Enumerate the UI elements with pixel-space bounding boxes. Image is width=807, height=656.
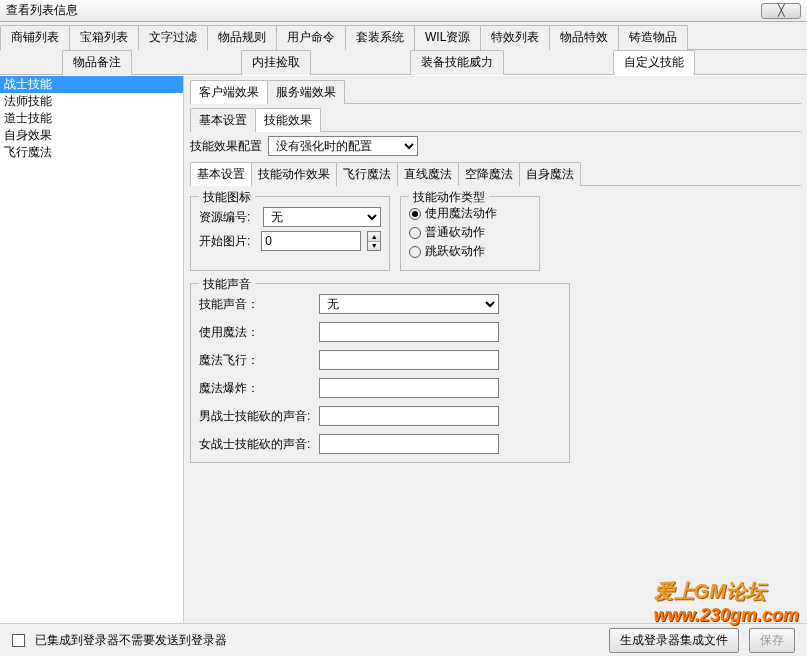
sound-legend: 技能声音 [199, 276, 255, 293]
top-tab[interactable]: 特效列表 [480, 25, 550, 50]
detail-tab[interactable]: 自身魔法 [519, 162, 581, 186]
start-input[interactable] [261, 231, 361, 251]
icon-legend: 技能图标 [199, 189, 255, 206]
radio-label: 跳跃砍动作 [425, 243, 485, 260]
sidebar-item[interactable]: 道士技能 [0, 110, 183, 127]
spin-up-icon: ▲ [368, 232, 380, 242]
titlebar: 查看列表信息 ╳ [0, 0, 807, 22]
sound-label: 技能声音： [199, 296, 319, 313]
sound-label: 男战士技能砍的声音: [199, 408, 319, 425]
sound-label: 魔法飞行： [199, 352, 319, 369]
close-icon[interactable]: ╳ [761, 3, 801, 19]
detail-tabs: 基本设置技能动作效果飞行魔法直线魔法空降魔法自身魔法 [190, 162, 801, 186]
top-tab[interactable]: 套装系统 [345, 25, 415, 50]
sidebar-item[interactable]: 法师技能 [0, 93, 183, 110]
sidebar: 战士技能法师技能道士技能自身效果飞行魔法 [0, 76, 184, 623]
panel-tabs: 客户端效果服务端效果 [190, 80, 801, 104]
radio-icon[interactable] [409, 246, 421, 258]
top-tab[interactable]: 用户命令 [276, 25, 346, 50]
sound-input[interactable] [319, 322, 499, 342]
icon-fieldset: 技能图标 资源编号: 无 开始图片: ▲▼ [190, 196, 390, 271]
action-radio-row[interactable]: 普通砍动作 [409, 224, 531, 241]
sidebar-item[interactable]: 飞行魔法 [0, 144, 183, 161]
spin-buttons[interactable]: ▲▼ [367, 231, 381, 251]
sound-label: 女战士技能砍的声音: [199, 436, 319, 453]
radio-label: 使用魔法动作 [425, 205, 497, 222]
inner-tab[interactable]: 技能效果 [255, 108, 321, 132]
sound-input[interactable] [319, 434, 499, 454]
config-label: 技能效果配置 [190, 138, 262, 155]
footer: 已集成到登录器不需要发送到登录器 生成登录器集成文件 保存 [0, 623, 807, 656]
res-dropdown[interactable]: 无 [263, 207, 381, 227]
top-tab[interactable]: 内挂捡取 [241, 50, 311, 75]
inner-tabs: 基本设置技能效果 [190, 108, 801, 132]
main-panel: 客户端效果服务端效果 基本设置技能效果 技能效果配置 没有强化时的配置 基本设置… [184, 76, 807, 623]
panel-tab[interactable]: 服务端效果 [267, 80, 345, 104]
sidebar-item[interactable]: 战士技能 [0, 76, 183, 93]
action-fieldset: 技能动作类型 使用魔法动作普通砍动作跳跃砍动作 [400, 196, 540, 271]
top-tabs: 商铺列表宝箱列表文字过滤物品规则用户命令套装系统WIL资源特效列表物品特效铸造物… [0, 22, 807, 75]
radio-icon[interactable] [409, 208, 421, 220]
window-title: 查看列表信息 [6, 2, 761, 19]
top-tab[interactable]: 铸造物品 [618, 25, 688, 50]
sound-input[interactable] [319, 406, 499, 426]
top-tab[interactable]: 装备技能威力 [410, 50, 504, 75]
action-legend: 技能动作类型 [409, 189, 489, 206]
config-row: 技能效果配置 没有强化时的配置 [190, 136, 801, 156]
sound-input[interactable] [319, 378, 499, 398]
top-tab[interactable]: 商铺列表 [0, 25, 70, 50]
top-tab[interactable]: 文字过滤 [138, 25, 208, 50]
generate-button[interactable]: 生成登录器集成文件 [609, 628, 739, 653]
top-tab[interactable]: 物品备注 [62, 50, 132, 75]
detail-tab[interactable]: 飞行魔法 [336, 162, 398, 186]
sound-label: 魔法爆炸： [199, 380, 319, 397]
detail-tab[interactable]: 空降魔法 [458, 162, 520, 186]
sound-input[interactable] [319, 350, 499, 370]
integrated-checkbox[interactable] [12, 634, 25, 647]
sound-label: 使用魔法： [199, 324, 319, 341]
start-label: 开始图片: [199, 233, 255, 250]
detail-tab[interactable]: 技能动作效果 [251, 162, 337, 186]
integrated-label: 已集成到登录器不需要发送到登录器 [35, 632, 227, 649]
detail-tab[interactable]: 基本设置 [190, 162, 252, 186]
action-radio-row[interactable]: 使用魔法动作 [409, 205, 531, 222]
detail-tab[interactable]: 直线魔法 [397, 162, 459, 186]
radio-icon[interactable] [409, 227, 421, 239]
radio-label: 普通砍动作 [425, 224, 485, 241]
action-radio-row[interactable]: 跳跃砍动作 [409, 243, 531, 260]
save-button[interactable]: 保存 [749, 628, 795, 653]
inner-tab[interactable]: 基本设置 [190, 108, 256, 132]
top-tab[interactable]: 自定义技能 [613, 50, 695, 75]
sound-input[interactable]: 无 [319, 294, 499, 314]
top-tab[interactable]: 物品规则 [207, 25, 277, 50]
top-tab[interactable]: WIL资源 [414, 25, 481, 50]
sound-fieldset: 技能声音 技能声音：无使用魔法：魔法飞行：魔法爆炸：男战士技能砍的声音:女战士技… [190, 283, 570, 463]
spin-down-icon: ▼ [368, 242, 380, 251]
top-tab[interactable]: 宝箱列表 [69, 25, 139, 50]
top-tab[interactable]: 物品特效 [549, 25, 619, 50]
config-dropdown[interactable]: 没有强化时的配置 [268, 136, 418, 156]
sidebar-item[interactable]: 自身效果 [0, 127, 183, 144]
panel-tab[interactable]: 客户端效果 [190, 80, 268, 104]
res-label: 资源编号: [199, 209, 257, 226]
